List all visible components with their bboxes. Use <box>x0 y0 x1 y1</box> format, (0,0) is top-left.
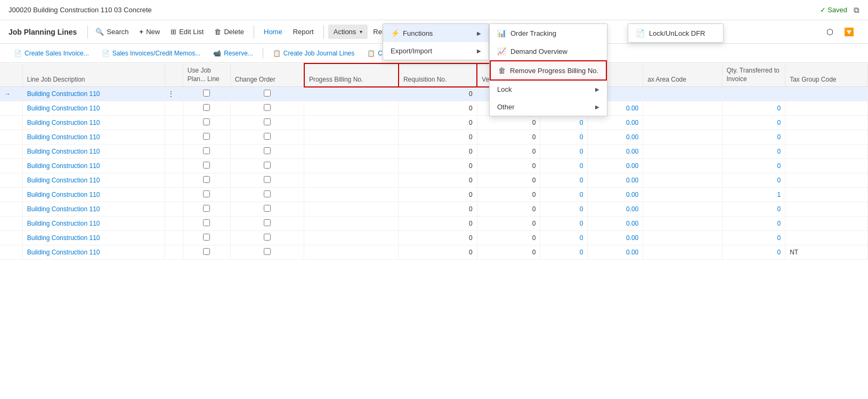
create-sales-invoice-button[interactable]: 📄 Create Sales Invoice... <box>9 47 94 59</box>
row-use-job-plan[interactable] <box>183 87 230 101</box>
row-dots-cell[interactable] <box>165 188 183 202</box>
row-use-job-plan[interactable] <box>183 217 230 231</box>
row-change-order[interactable] <box>230 130 304 145</box>
table-row: Building Construction 110 0 0 0 0.00 0 <box>0 202 868 217</box>
sales-invoices-credit-button[interactable]: 📄 Sales Invoices/Credit Memos... <box>96 47 206 59</box>
row-line-job-desc[interactable]: Building Construction 110 <box>22 245 165 260</box>
row-qty: 0 <box>540 116 588 130</box>
row-dots-cell[interactable] <box>165 217 183 231</box>
order-tracking-item[interactable]: 📊 Order Tracking <box>490 24 607 42</box>
row-change-order[interactable] <box>230 188 304 202</box>
row-qty-transferred: 0 <box>722 173 785 188</box>
row-dots-cell[interactable] <box>165 231 183 245</box>
row-use-job-plan[interactable] <box>183 159 230 173</box>
export-import-menu-item[interactable]: Export/Import ▶ <box>383 42 489 60</box>
row-arrow-cell <box>0 173 22 188</box>
row-change-order[interactable] <box>230 245 304 260</box>
row-use-job-plan[interactable] <box>183 202 230 217</box>
row-line-job-desc[interactable]: Building Construction 110 <box>22 202 165 217</box>
row-change-order[interactable] <box>230 116 304 130</box>
new-button[interactable]: + New <box>134 25 166 39</box>
row-line-job-desc[interactable]: Building Construction 110 <box>22 159 165 173</box>
row-dots-cell[interactable] <box>165 145 183 159</box>
row-use-job-plan[interactable] <box>183 130 230 145</box>
row-line-job-desc[interactable]: Building Construction 110 <box>22 231 165 245</box>
row-use-job-plan[interactable] <box>183 116 230 130</box>
row-version-no: 0 <box>477 188 540 202</box>
row-arrow-cell <box>0 159 22 173</box>
report-button[interactable]: Report <box>288 25 319 39</box>
search-button[interactable]: 🔍 Search <box>90 25 134 39</box>
row-qty: 0 <box>540 159 588 173</box>
delete-button[interactable]: 🗑 Delete <box>209 25 249 39</box>
title-bar: J00020 Building Construction 110 03 Conc… <box>0 0 868 20</box>
row-use-job-plan[interactable] <box>183 231 230 245</box>
row-qty: 0 <box>540 173 588 188</box>
row-use-job-plan[interactable] <box>183 145 230 159</box>
row-change-order[interactable] <box>230 159 304 173</box>
row-dots-cell[interactable] <box>165 173 183 188</box>
row-line-job-desc[interactable]: Building Construction 110 <box>22 173 165 188</box>
row-arrow-cell <box>0 231 22 245</box>
filter-button[interactable]: 🔽 <box>839 24 859 40</box>
row-requisition-no: 0 <box>399 245 477 260</box>
row-tax-area-code <box>643 173 722 188</box>
row-change-order[interactable] <box>230 231 304 245</box>
reserve-icon: 📹 <box>213 50 221 57</box>
home-button[interactable]: Home <box>258 25 288 39</box>
row-tax-area-code <box>643 87 722 101</box>
row-dots-cell[interactable] <box>165 245 183 260</box>
row-use-job-plan[interactable] <box>183 173 230 188</box>
remove-progress-billing-item[interactable]: 🗑 Remove Progress Billing No. <box>490 60 607 81</box>
row-line-job-desc[interactable]: Building Construction 110 <box>22 217 165 231</box>
functions-menu-item[interactable]: ⚡ Functions ▶ <box>383 24 489 42</box>
lock-item[interactable]: Lock ▶ <box>490 81 607 98</box>
row-change-order[interactable] <box>230 173 304 188</box>
row-change-order[interactable] <box>230 101 304 116</box>
row-line-job-desc[interactable]: Building Construction 110 <box>22 188 165 202</box>
row-requisition-no: 0 <box>399 188 477 202</box>
row-dots-cell[interactable] <box>165 202 183 217</box>
row-dots-cell[interactable] <box>165 116 183 130</box>
row-use-job-plan[interactable] <box>183 188 230 202</box>
col-qty-transferred-header: Qty. Transferred to Invoice <box>722 63 785 87</box>
reserve-button[interactable]: 📹 Reserve... <box>208 47 258 59</box>
row-line-job-desc[interactable]: Building Construction 110 <box>22 130 165 145</box>
row-tax-area-code <box>643 145 722 159</box>
actions-button[interactable]: Actions ▾ <box>328 25 368 39</box>
col-progress-billing-header: Progess Billing No. <box>304 63 399 87</box>
row-line-job-desc[interactable]: Building Construction 110 <box>22 145 165 159</box>
row-dots-cell[interactable] <box>165 101 183 116</box>
create-job-journal-button[interactable]: 📋 Create Job Journal Lines <box>267 47 360 59</box>
row-line-job-desc[interactable]: Building Construction 110 <box>22 116 165 130</box>
row-use-job-plan[interactable] <box>183 245 230 260</box>
share-button[interactable]: ⬡ <box>821 24 839 40</box>
other-item[interactable]: Other ▶ <box>490 98 607 116</box>
row-arrow-cell <box>0 130 22 145</box>
row-line-job-desc[interactable]: Building Construction 110 <box>22 101 165 116</box>
credit-icon: 📋 <box>367 50 375 57</box>
row-requisition-no: 0 <box>399 116 477 130</box>
row-change-order[interactable] <box>230 202 304 217</box>
col-tax-group-code-header: Tax Group Code <box>785 63 868 87</box>
demand-overview-item[interactable]: 📈 Demand Overview <box>490 42 607 60</box>
open-new-tab-icon[interactable]: ⧉ <box>854 5 859 15</box>
edit-list-button[interactable]: ⊞ Edit List <box>165 25 209 39</box>
table-row: Building Construction 110 0 0 0 0.00 1 <box>0 188 868 202</box>
row-change-order[interactable] <box>230 87 304 101</box>
row-qty-transferred <box>722 87 785 101</box>
lock-unlock-dfr-item[interactable]: 📄 Lock/UnLock DFR <box>628 24 723 42</box>
lock-unlock-icon: 📄 <box>636 29 645 37</box>
toolbar-separator-2 <box>323 26 324 38</box>
row-unit-price: 0.00 <box>588 231 643 245</box>
lock-unlock-panel: 📄 Lock/UnLock DFR <box>628 23 724 43</box>
row-dots-cell[interactable]: ⋮ <box>165 87 183 101</box>
toolbar-title: Job Planning Lines <box>9 28 77 36</box>
row-change-order[interactable] <box>230 217 304 231</box>
row-tax-area-code <box>643 231 722 245</box>
row-line-job-desc[interactable]: Building Construction 110 <box>22 87 165 101</box>
row-change-order[interactable] <box>230 145 304 159</box>
row-use-job-plan[interactable] <box>183 101 230 116</box>
row-dots-cell[interactable] <box>165 159 183 173</box>
row-dots-cell[interactable] <box>165 130 183 145</box>
